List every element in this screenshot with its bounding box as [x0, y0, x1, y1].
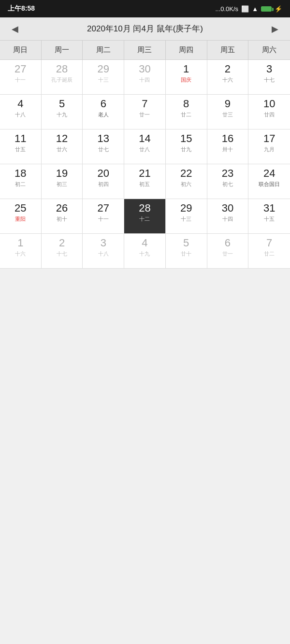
- day-subtitle: 初六: [181, 181, 191, 188]
- calendar-day-cell[interactable]: 12廿六: [42, 129, 83, 164]
- charging-icon: ⚡: [275, 5, 282, 13]
- calendar-day-cell[interactable]: 19初三: [42, 164, 83, 199]
- calendar-day-cell[interactable]: 7廿一: [124, 95, 166, 129]
- day-number: 17: [263, 132, 275, 145]
- day-subtitle: 廿七: [98, 146, 109, 153]
- day-subtitle: 卅十: [222, 146, 233, 153]
- day-number: 3: [101, 237, 106, 249]
- day-number: 16: [222, 132, 233, 145]
- day-number: 25: [14, 202, 26, 215]
- day-subtitle: 廿一: [222, 250, 233, 258]
- day-subtitle: 十三: [181, 215, 191, 223]
- calendar-grid: 27十一28孔子诞辰29十三30十四1国庆2十六3十七4十八5十九6老人7廿一8…: [0, 60, 290, 269]
- calendar-day-cell[interactable]: 4十八: [0, 95, 42, 129]
- calendar-day-cell[interactable]: 5廿十: [166, 234, 207, 269]
- calendar-day-cell[interactable]: 23初七: [207, 164, 249, 199]
- day-number: 10: [263, 98, 275, 110]
- day-number: 27: [14, 63, 26, 75]
- calendar-day-cell[interactable]: 4十九: [124, 234, 166, 269]
- calendar-day-cell[interactable]: 29十三: [166, 199, 207, 234]
- calendar-day-cell[interactable]: 9廿三: [207, 95, 249, 129]
- weekday-header: 周日周一周二周三周四周五周六: [0, 41, 290, 60]
- day-subtitle: 十九: [139, 250, 150, 258]
- day-subtitle: 初二: [15, 181, 26, 188]
- day-number: 4: [17, 98, 23, 110]
- calendar-day-cell[interactable]: 29十三: [83, 60, 124, 95]
- calendar-day-cell[interactable]: 8廿二: [166, 95, 207, 129]
- day-subtitle: 十三: [98, 76, 109, 84]
- calendar-day-cell[interactable]: 31十五: [248, 199, 290, 234]
- calendar-day-cell[interactable]: 11廿五: [0, 129, 42, 164]
- calendar-day-cell[interactable]: 13廿七: [83, 129, 124, 164]
- calendar-day-cell[interactable]: 27十一: [83, 199, 124, 234]
- day-number: 8: [183, 98, 189, 110]
- day-subtitle: 廿一: [139, 111, 150, 118]
- wifi-icon: ▲: [252, 5, 258, 13]
- day-number: 1: [17, 237, 23, 249]
- calendar-day-cell[interactable]: 25重阳: [0, 199, 42, 234]
- calendar-day-cell[interactable]: 2十六: [207, 60, 249, 95]
- calendar-day-cell[interactable]: 27十一: [0, 60, 42, 95]
- calendar-day-cell[interactable]: 14廿八: [124, 129, 166, 164]
- calendar-day-cell[interactable]: 30十四: [124, 60, 166, 95]
- page-rest: [0, 269, 290, 578]
- signal-icon: ⬜: [241, 5, 249, 13]
- day-subtitle: 十六: [15, 250, 26, 258]
- calendar-day-cell[interactable]: 21初五: [124, 164, 166, 199]
- battery-icon: [261, 6, 272, 12]
- calendar-day-cell[interactable]: 3十八: [83, 234, 124, 269]
- calendar-day-cell[interactable]: 16卅十: [207, 129, 249, 164]
- prev-month-button[interactable]: ◀: [8, 24, 22, 34]
- calendar-day-cell[interactable]: 28孔子诞辰: [42, 60, 83, 95]
- day-subtitle: 十四: [222, 215, 233, 223]
- weekday-cell: 周一: [42, 41, 83, 59]
- calendar-day-cell[interactable]: 26初十: [42, 199, 83, 234]
- day-number: 4: [142, 237, 147, 249]
- calendar-day-cell[interactable]: 18初二: [0, 164, 42, 199]
- calendar-day-cell[interactable]: 17九月: [248, 129, 290, 164]
- calendar-day-cell[interactable]: 6老人: [83, 95, 124, 129]
- day-number: 28: [139, 202, 150, 215]
- day-number: 27: [98, 202, 109, 215]
- day-subtitle: 重阳: [15, 215, 26, 223]
- next-month-button[interactable]: ▶: [268, 24, 282, 34]
- day-subtitle: 联合国日: [259, 181, 280, 188]
- status-time: 上午8:58: [8, 4, 35, 13]
- calendar-day-cell[interactable]: 6廿一: [207, 234, 249, 269]
- day-number: 15: [180, 132, 192, 145]
- day-subtitle: 十五: [264, 215, 275, 223]
- calendar-day-cell[interactable]: 5十九: [42, 95, 83, 129]
- day-subtitle: 廿二: [181, 111, 191, 118]
- calendar-day-cell[interactable]: 1十六: [0, 234, 42, 269]
- status-bar: 上午8:58 ...0.0K/s ⬜ ▲ ⚡: [0, 0, 290, 17]
- calendar-day-cell[interactable]: 1国庆: [166, 60, 207, 95]
- calendar-day-cell[interactable]: 30十四: [207, 199, 249, 234]
- calendar-nav: ◀ 2020年10月 闰4月 鼠年(庚子年) ▶: [0, 17, 290, 41]
- weekday-cell: 周三: [124, 41, 166, 59]
- day-subtitle: 初三: [57, 181, 67, 188]
- calendar-day-cell[interactable]: 15廿九: [166, 129, 207, 164]
- network-status: ...0.0K/s: [215, 5, 238, 13]
- calendar-title: 2020年10月 闰4月 鼠年(庚子年): [87, 23, 203, 34]
- day-number: 5: [183, 237, 189, 249]
- calendar-day-cell[interactable]: 24联合国日: [248, 164, 290, 199]
- day-subtitle: 孔子诞辰: [51, 76, 72, 84]
- calendar-day-cell[interactable]: 7廿二: [248, 234, 290, 269]
- calendar-day-cell[interactable]: 20初四: [83, 164, 124, 199]
- day-number: 28: [56, 63, 68, 75]
- weekday-cell: 周五: [207, 41, 249, 59]
- calendar-day-cell[interactable]: 3十七: [248, 60, 290, 95]
- day-subtitle: 十七: [57, 250, 67, 258]
- day-subtitle: 十二: [139, 215, 150, 223]
- day-number: 11: [14, 132, 26, 145]
- calendar-day-cell[interactable]: 2十七: [42, 234, 83, 269]
- day-number: 7: [266, 237, 272, 249]
- calendar-day-cell[interactable]: 22初六: [166, 164, 207, 199]
- day-number: 2: [225, 63, 231, 75]
- calendar-day-cell[interactable]: 10廿四: [248, 95, 290, 129]
- day-number: 9: [225, 98, 231, 110]
- calendar-day-cell[interactable]: 28十二: [124, 199, 166, 234]
- day-subtitle: 廿五: [15, 146, 26, 153]
- day-subtitle: 廿二: [264, 250, 275, 258]
- day-number: 21: [139, 167, 150, 180]
